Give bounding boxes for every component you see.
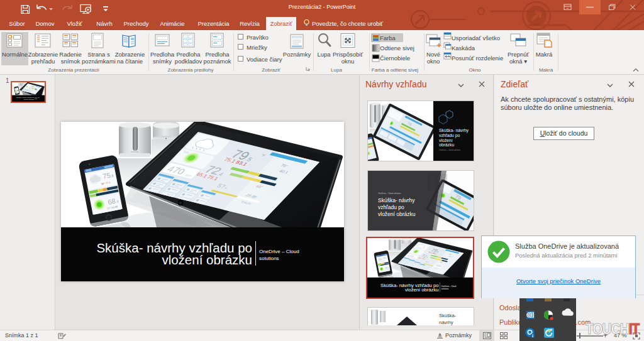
svg-text:návrhy: návrhy xyxy=(439,320,453,325)
svg-text:Skúška- návrhy: Skúška- návrhy xyxy=(378,197,415,203)
svg-text:Skúška- návrhy: Skúška- návrhy xyxy=(439,128,469,133)
svg-text:obrázku: obrázku xyxy=(439,143,454,147)
svg-text:OneDrive – Cloud solutions: OneDrive – Cloud solutions xyxy=(439,149,461,151)
svg-text:OneDrive – Cloud solutions: OneDrive – Cloud solutions xyxy=(378,192,401,195)
svg-text:vložení: vložení xyxy=(439,138,453,143)
svg-text:vzhľadu po: vzhľadu po xyxy=(378,204,404,210)
svg-text:Skúška-: Skúška- xyxy=(439,313,457,318)
svg-text:vložení obrázku: vložení obrázku xyxy=(378,211,416,217)
svg-text:vzhľadu po: vzhľadu po xyxy=(439,133,460,138)
